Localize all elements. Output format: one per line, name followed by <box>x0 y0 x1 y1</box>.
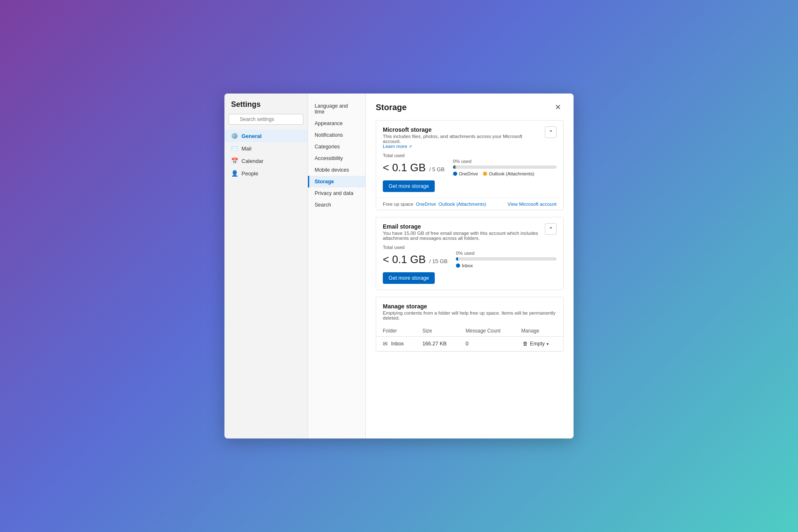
legend-item-inbox: Inbox <box>456 263 473 268</box>
microsoft-storage-section: Microsoft storage This includes files, p… <box>376 120 564 210</box>
manage-storage-header: Manage storage Emptying contents from a … <box>376 297 563 325</box>
free-up-row: Free up space OneDrive Outlook (Attachme… <box>376 198 563 210</box>
email-storage-collapse-button[interactable]: ⌃ <box>545 223 557 235</box>
sidebar-item-people[interactable]: 👤 People <box>224 167 308 180</box>
total-used-label-ms: Total used <box>383 153 557 158</box>
microsoft-storage-desc: This includes files, photos, and attachm… <box>383 134 542 149</box>
get-more-storage-btn-ms[interactable]: Get more storage <box>383 180 435 192</box>
free-up-label: Free up space <box>383 202 414 207</box>
search-box-wrap: 🔍 <box>224 114 308 130</box>
folder-manage-cell: 🗑 Empty ▾ <box>515 337 563 351</box>
storage-of-email: / 15 GB <box>429 258 448 264</box>
middle-nav-storage[interactable]: Storage <box>308 176 365 187</box>
sidebar-label-mail: Mail <box>241 145 251 152</box>
folder-size: 166.27 KB <box>416 337 459 351</box>
folder-count: 0 <box>459 337 515 351</box>
gear-icon: ⚙️ <box>231 133 238 139</box>
total-used-label-email: Total used <box>383 245 557 250</box>
sidebar-label-general: General <box>241 133 261 139</box>
chevron-up-icon-email: ⌃ <box>549 226 553 232</box>
inbox-folder-icon: ✉ <box>383 340 388 347</box>
email-storage-info: Email storage You have 15.00 GB of free … <box>383 223 542 241</box>
trash-icon: 🗑 <box>523 341 528 347</box>
table-row: ✉ Inbox 166.27 KB 0 🗑 Empty ▾ <box>376 337 563 351</box>
email-storage-desc: You have 15.00 GB of free email storage … <box>383 231 542 241</box>
empty-label: Empty <box>530 341 544 347</box>
storage-of-ms: / 5 GB <box>429 166 445 172</box>
chevron-up-icon: ⌃ <box>549 129 553 135</box>
folder-cell: ✉ Inbox <box>376 337 416 351</box>
storage-amount-row-email: < 0.1 GB / 15 GB 0% used Inbox <box>383 251 557 268</box>
page-title: Storage <box>376 103 406 112</box>
manage-storage-section: Manage storage Emptying contents from a … <box>376 297 564 352</box>
search-input[interactable] <box>229 114 303 125</box>
middle-nav-search[interactable]: Search <box>308 199 365 211</box>
free-up-outlook-link[interactable]: Outlook (Attachments) <box>438 202 486 207</box>
main-content: Storage ✕ Microsoft storage This include… <box>366 94 574 438</box>
sidebar-label-calendar: Calendar <box>241 158 264 164</box>
progress-bar-ms <box>453 165 557 169</box>
mail-icon: ✉️ <box>231 145 238 152</box>
manage-storage-table: Folder Size Message Count Manage ✉ Inbox <box>376 325 563 351</box>
outlook-label: Outlook (Attachments) <box>489 171 534 176</box>
close-button[interactable]: ✕ <box>552 102 564 113</box>
get-more-storage-btn-email[interactable]: Get more storage <box>383 272 435 284</box>
microsoft-storage-body: Total used < 0.1 GB / 5 GB 0% used <box>376 153 563 198</box>
email-storage-body: Total used < 0.1 GB / 15 GB 0% used <box>376 245 563 290</box>
calendar-icon: 📅 <box>231 158 238 164</box>
col-header-folder: Folder <box>376 325 416 337</box>
view-microsoft-account-link[interactable]: View Microsoft account <box>507 202 557 207</box>
inbox-dot <box>456 264 460 268</box>
email-storage-header: Email storage You have 15.00 GB of free … <box>376 217 563 245</box>
microsoft-storage-info: Microsoft storage This includes files, p… <box>383 126 542 149</box>
middle-nav-accessibility[interactable]: Accessibility <box>308 153 365 164</box>
storage-amount-value-ms: < 0.1 GB <box>383 161 426 174</box>
sidebar-item-mail[interactable]: ✉️ Mail <box>224 142 308 155</box>
middle-panel: Language and time Appearance Notificatio… <box>308 94 366 438</box>
left-panel: Settings 🔍 ⚙️ General ✉️ Mail 📅 Calendar… <box>224 94 308 438</box>
people-icon: 👤 <box>231 170 238 177</box>
progress-bar-email <box>456 257 557 261</box>
middle-nav-privacy[interactable]: Privacy and data <box>308 187 365 199</box>
storage-amount-email: < 0.1 GB / 15 GB <box>383 253 448 266</box>
settings-title: Settings <box>224 100 308 114</box>
main-header: Storage ✕ <box>376 102 564 113</box>
middle-nav-mobile[interactable]: Mobile devices <box>308 164 365 176</box>
middle-nav-categories[interactable]: Categories <box>308 141 365 153</box>
learn-more-link[interactable]: Learn more <box>383 144 407 149</box>
used-percent-ms: 0% used <box>453 159 557 164</box>
outlook-dot <box>483 172 487 176</box>
manage-storage-desc: Emptying contents from a folder will hel… <box>383 310 557 320</box>
email-storage-title: Email storage <box>383 223 542 230</box>
dropdown-arrow-icon: ▾ <box>547 342 549 346</box>
free-up-onedrive-link[interactable]: OneDrive <box>416 202 436 207</box>
storage-amount-ms: < 0.1 GB / 5 GB <box>383 161 445 174</box>
used-percent-email: 0% used <box>456 251 557 256</box>
external-link-icon: ↗ <box>409 144 412 149</box>
col-header-count: Message Count <box>459 325 515 337</box>
legend-item-outlook: Outlook (Attachments) <box>483 171 534 176</box>
storage-amount-value-email: < 0.1 GB <box>383 253 426 266</box>
sidebar-item-calendar[interactable]: 📅 Calendar <box>224 155 308 167</box>
middle-nav-language[interactable]: Language and time <box>308 100 365 118</box>
settings-window: Settings 🔍 ⚙️ General ✉️ Mail 📅 Calendar… <box>224 94 574 438</box>
microsoft-storage-header: Microsoft storage This includes files, p… <box>376 121 563 153</box>
col-header-size: Size <box>416 325 459 337</box>
col-header-manage: Manage <box>515 325 563 337</box>
progress-col-email: 0% used Inbox <box>456 251 557 268</box>
empty-folder-button[interactable]: 🗑 Empty ▾ <box>521 340 550 347</box>
free-up-left: Free up space OneDrive Outlook (Attachme… <box>383 202 486 207</box>
legend-item-onedrive: OneDrive <box>453 171 478 176</box>
legend-ms: OneDrive Outlook (Attachments) <box>453 171 557 176</box>
middle-nav-appearance[interactable]: Appearance <box>308 118 365 129</box>
email-storage-section: Email storage You have 15.00 GB of free … <box>376 217 564 290</box>
manage-storage-title: Manage storage <box>383 303 557 310</box>
microsoft-storage-collapse-button[interactable]: ⌃ <box>545 126 557 138</box>
sidebar-item-general[interactable]: ⚙️ General <box>224 130 308 142</box>
search-box-container: 🔍 <box>229 114 303 125</box>
sidebar-label-people: People <box>241 170 258 177</box>
folder-name: Inbox <box>391 341 404 347</box>
progress-col-ms: 0% used OneDrive <box>453 159 557 176</box>
middle-nav-notifications[interactable]: Notifications <box>308 129 365 141</box>
microsoft-storage-title: Microsoft storage <box>383 126 542 133</box>
